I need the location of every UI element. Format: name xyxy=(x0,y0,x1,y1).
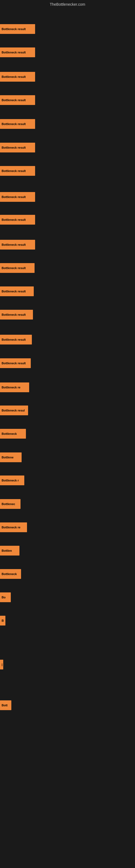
bar-item: Bottleneck xyxy=(0,569,21,579)
bar-label: | xyxy=(2,663,2,666)
bar-label: Bottleneck result xyxy=(2,290,26,293)
bar-item: Bottleneck result xyxy=(0,192,35,202)
bar-item: Bo xyxy=(0,592,11,602)
bar-item: Bottleneck result xyxy=(0,95,35,105)
bar-label: Bottleneck result xyxy=(2,146,26,149)
bar-label: Bottleneck result xyxy=(2,338,26,341)
bar-label: Bott xyxy=(2,704,8,707)
bar-item: Bottleneck re xyxy=(0,522,27,532)
bar-item: Bottleneck result xyxy=(0,240,35,250)
bar-label: Bottleneck result xyxy=(2,169,26,173)
bar-label: Bottleneck result xyxy=(2,98,26,102)
bar-item: Bottlene xyxy=(0,453,21,462)
bar-item: Bottleneck result xyxy=(0,286,34,296)
bar-item: Bottleneck r xyxy=(0,475,24,485)
bar-item: Bottleneck xyxy=(0,429,26,439)
bar-item: Bottleneck result xyxy=(0,166,35,176)
bar-item: B xyxy=(0,616,5,625)
bar-label: Bottleneck result xyxy=(2,195,26,198)
bar-label: Bottleneck re xyxy=(2,386,20,389)
bar-label: Bottleneck resul xyxy=(2,409,25,412)
bar-label: Bottleneck r xyxy=(2,479,19,482)
bar-item: Bottleneck result xyxy=(0,143,35,152)
bar-label: Bottleneck result xyxy=(2,122,26,126)
bar-label: Bottlen xyxy=(2,549,12,552)
bar-label: Bottleneck xyxy=(2,572,17,576)
bar-item: Bottleneck result xyxy=(0,335,32,344)
bar-item: Bottleneck result xyxy=(0,358,31,368)
bar-label: Bo xyxy=(2,596,6,599)
bar-label: Bottlene xyxy=(2,456,13,459)
bar-label: Bottleneck re xyxy=(2,526,20,529)
bar-label: B xyxy=(2,619,4,622)
bar-item: Bottleneck result xyxy=(0,72,35,82)
bar-item: Bottleneck result xyxy=(0,310,33,319)
bar-label: Bottleneck result xyxy=(2,362,26,365)
bar-label: Bottleneck result xyxy=(2,313,26,316)
bar-item: Bottlen xyxy=(0,546,19,556)
bar-label: Bottleneck xyxy=(2,432,17,435)
bar-label: Bottleneck result xyxy=(2,51,26,54)
bar-item: Bottleneck result xyxy=(0,119,35,129)
bar-item: Bottleneck result xyxy=(0,263,35,273)
bar-item: | xyxy=(0,660,3,670)
bar-label: Bottleneck result xyxy=(2,267,26,270)
bar-item: Bottleneck re xyxy=(0,382,29,392)
bar-item: Bottleneck result xyxy=(0,215,35,225)
site-title: TheBottlenecker.com xyxy=(50,2,85,6)
chart-area: Bottleneck resultBottleneck resultBottle… xyxy=(0,9,135,866)
bar-item: Bottleneck resul xyxy=(0,405,28,415)
bar-label: Bottleneck result xyxy=(2,218,26,221)
bar-label: Bottleneck result xyxy=(2,75,26,79)
bar-label: Bottleneck result xyxy=(2,243,26,246)
bar-item: Bottleneck result xyxy=(0,24,35,34)
bar-item: Bott xyxy=(0,701,11,710)
page-header: TheBottlenecker.com xyxy=(0,0,135,9)
bar-item: Bottleneck result xyxy=(0,48,35,57)
bar-label: Bottlenec xyxy=(2,502,15,506)
bar-label: Bottleneck result xyxy=(2,27,26,31)
bar-item: Bottlenec xyxy=(0,499,20,509)
